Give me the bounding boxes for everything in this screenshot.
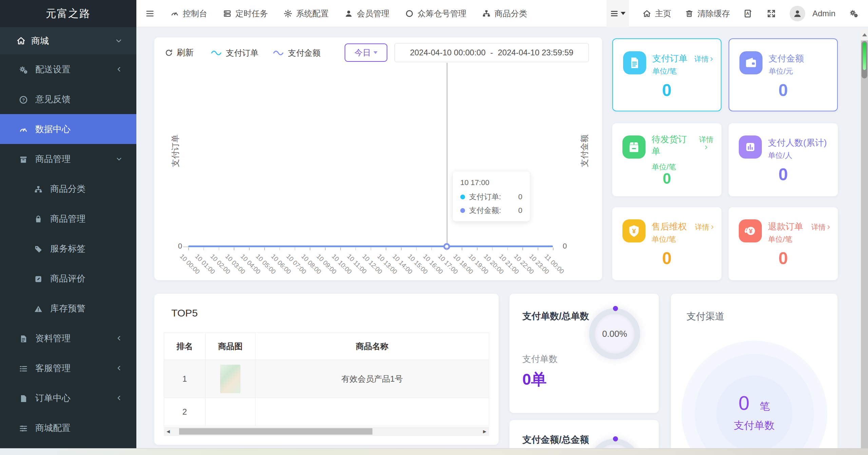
nav-item-product-category[interactable]: 商品分类 (482, 8, 527, 19)
chevron-left-icon (115, 334, 123, 342)
x-axis-tick (371, 248, 371, 250)
horizontal-scrollbar[interactable] (0, 448, 868, 455)
main-content: 刷新 支付订单 支付金额 今日 2024-04-10 00:00:00 - 20… (136, 27, 861, 448)
date-range-select[interactable]: 今日 (345, 43, 387, 62)
sidebar-item-feedback[interactable]: 意见反馈 (0, 84, 136, 114)
sidebar-item-material-management[interactable]: 资料管理 (0, 323, 136, 353)
detail-link[interactable]: 详情 (699, 135, 713, 150)
scroll-up-icon[interactable] (862, 33, 867, 36)
scrollbar-track-top[interactable] (861, 29, 868, 40)
refresh-label: 刷新 (177, 47, 194, 58)
sidebar-item-label: 商品分类 (50, 183, 85, 195)
sidebar-item-product-category[interactable]: 商品分类 (0, 174, 136, 204)
refresh-icon (165, 48, 173, 57)
detail-link[interactable]: 详情 (695, 222, 715, 232)
nav-item-member-management[interactable]: 会员管理 (344, 8, 389, 19)
chevron-right-icon (709, 56, 715, 62)
table-row[interactable]: 1 有效会员产品1号 (164, 360, 489, 398)
sidebar-toggle-button[interactable] (145, 9, 155, 18)
tooltip-series-name: 支付订单: (469, 192, 501, 202)
sidebar-item-service-tags[interactable]: 服务标签 (0, 234, 136, 263)
x-axis-tick (325, 248, 326, 250)
tooltip-title: 10 17:00 (460, 178, 522, 187)
edit-icon (33, 273, 44, 284)
nav-item-console[interactable]: 控制台 (170, 8, 207, 19)
sidebar-item-stock-warning[interactable]: 库存预警 (0, 293, 136, 323)
nav-settings-button[interactable] (849, 9, 859, 18)
channel-value: 0 (738, 392, 749, 414)
stat-card-title: 退款订单 (768, 221, 803, 233)
x-axis-tick (522, 248, 523, 250)
nav-language-button[interactable] (744, 9, 753, 18)
sidebar-item-product-management[interactable]: 商品管理 (0, 144, 136, 174)
nav-item-label: 商品分类 (495, 8, 527, 19)
stat-card-title: 售后维权 (652, 221, 687, 233)
nav-item-label: 会员管理 (357, 8, 389, 19)
series-dot-icon (460, 208, 465, 213)
sidebar-item-label: 商品管理 (35, 153, 71, 165)
chart-tooltip: 10 17:00 支付订单: 0 支付金额: 0 (453, 171, 530, 221)
refresh-button[interactable]: 刷新 (165, 47, 194, 58)
user-icon (344, 9, 353, 18)
nav-item-label: 系统配置 (296, 8, 329, 19)
stat-card-title: 待发货订单 (652, 133, 695, 157)
gauge-dot-icon (613, 436, 618, 441)
legend-pay-orders[interactable]: 支付订单 (210, 48, 258, 58)
date-separator: - (490, 48, 493, 57)
scrollbar-thumb-fill (863, 42, 866, 70)
nav-item-scheduled-tasks[interactable]: 定时任务 (223, 8, 268, 19)
nav-home-button[interactable]: 主页 (642, 8, 671, 19)
table-horizontal-scrollbar[interactable]: ◄ ► (164, 427, 489, 436)
pay-channel-panel: 支付渠道 0 笔 支付单数 (671, 294, 837, 448)
file-text-icon (18, 333, 29, 343)
nav-item-label: 众筹仓号管理 (418, 8, 466, 19)
sidebar-item-product-reviews[interactable]: 商品评价 (0, 263, 136, 293)
sidebar-item-label: 数据中心 (35, 123, 71, 135)
nav-menu-dropdown-button[interactable] (606, 0, 629, 27)
scroll-right-icon[interactable]: ► (480, 429, 489, 435)
scrollbar-thumb[interactable] (179, 428, 372, 435)
chevron-down-icon (115, 37, 123, 45)
sidebar-section-label: 商城 (31, 35, 49, 47)
nav-user-menu[interactable]: Admin (790, 6, 835, 21)
sliders-icon (18, 422, 29, 433)
nav-clear-cache-button[interactable]: 清除缓存 (685, 8, 730, 19)
wallet-icon (739, 51, 763, 74)
y-tick-left: 0 (172, 242, 182, 251)
nav-item-crowdfund-management[interactable]: 众筹仓号管理 (405, 8, 466, 19)
sidebar-section-mall[interactable]: 商城 (0, 27, 136, 54)
sidebar-item-order-center[interactable]: 订单中心 (0, 383, 136, 413)
sidebar-item-label: 配送设置 (35, 63, 71, 75)
date-start: 2024-04-10 00:00:00 (410, 48, 486, 57)
x-axis-tick (295, 248, 295, 250)
legend-pay-amount[interactable]: 支付金额 (272, 48, 321, 58)
scrollbar-thumb[interactable] (862, 41, 867, 78)
ratio-gauge: 0.00% (589, 308, 640, 359)
sidebar-item-mall-config[interactable]: 商城配置 (0, 413, 136, 443)
sidebar-item-product-list[interactable]: 商品管理 (0, 204, 136, 234)
file-icon (18, 393, 29, 403)
x-axis-tick (401, 248, 402, 250)
nav-fullscreen-button[interactable] (767, 9, 776, 18)
detail-link[interactable]: 详情 (811, 222, 832, 232)
table-row[interactable]: 2 (164, 398, 489, 426)
scroll-left-icon[interactable]: ◄ (164, 429, 173, 435)
date-range-input[interactable]: 2024-04-10 00:00:00 - 2024-04-10 23:59:5… (394, 43, 589, 62)
sidebar-item-delivery-settings[interactable]: 配送设置 (0, 54, 136, 84)
nav-item-system-config[interactable]: 系统配置 (284, 8, 329, 19)
nav-item-label: 清除缓存 (697, 8, 730, 19)
home-icon (16, 36, 26, 46)
stat-card-title: 支付金额 (769, 53, 804, 65)
detail-link[interactable]: 详情 (694, 54, 715, 64)
pay-count-ratio-panel: 支付单数/总单数 0.00% 支付单数 0单 (509, 294, 659, 413)
x-axis-tick (492, 248, 493, 250)
tooltip-series-name: 支付金额: (469, 205, 501, 216)
tooltip-row: 支付金额: 0 (460, 205, 522, 216)
stat-card-unit: 单位/笔 (652, 234, 676, 244)
detail-label: 详情 (694, 54, 709, 64)
chart-series-line[interactable] (188, 245, 553, 247)
vertical-scrollbar[interactable] (861, 29, 868, 448)
sidebar-item-customer-service[interactable]: 客服管理 (0, 353, 136, 383)
sidebar-item-data-center[interactable]: 数据中心 (0, 114, 136, 144)
cell-rank: 1 (164, 360, 206, 398)
